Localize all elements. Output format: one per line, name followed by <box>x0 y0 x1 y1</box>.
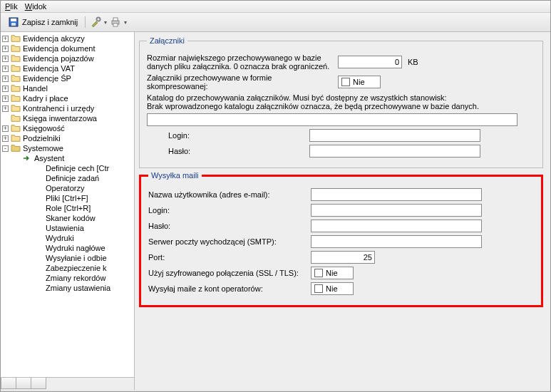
mail-user-input[interactable] <box>311 188 482 201</box>
sidebar-tab-3[interactable] <box>31 378 46 389</box>
tree-item[interactable]: Definicje cech [Ctr <box>1 163 134 173</box>
expander-icon <box>2 115 9 122</box>
expander-icon[interactable]: + <box>2 46 9 52</box>
tools-icon[interactable] <box>90 16 101 28</box>
mail-port-input[interactable] <box>311 251 375 264</box>
attach-compressed-value: Nie <box>353 78 365 86</box>
tree-item[interactable]: Pliki [Ctrl+F] <box>1 193 134 203</box>
mail-smtp-input[interactable] <box>311 235 482 248</box>
mail-ssl-label: Użyj szyfrowanego połączenia (SSL / TLS)… <box>148 269 305 277</box>
print-icon[interactable] <box>110 16 121 28</box>
tree-item[interactable]: Role [Ctrl+R] <box>1 203 134 213</box>
attach-size-input[interactable] <box>338 56 402 68</box>
mail-login-input[interactable] <box>311 204 482 217</box>
expander-icon[interactable]: + <box>2 66 9 72</box>
tree-item-label: Handel <box>23 84 48 93</box>
expander-icon <box>25 235 31 242</box>
tree-item[interactable]: +Ewidencja VAT <box>1 63 134 73</box>
svg-rect-2 <box>11 23 16 26</box>
expander-icon <box>25 165 31 172</box>
attachments-legend: Załączniki <box>147 36 187 45</box>
tree-item[interactable]: Księga inwentarzowa <box>1 113 134 123</box>
attach-login-input[interactable] <box>309 129 480 142</box>
tree-item-label: Systemowe <box>23 144 63 153</box>
tree-item[interactable]: +Kontrahenci i urzędy <box>1 103 134 113</box>
attach-size-unit: KB <box>408 58 418 66</box>
tree-item[interactable]: Zmiany ustawienia <box>1 283 134 293</box>
expander-icon[interactable]: + <box>2 125 9 132</box>
toolbar-separator <box>85 16 86 28</box>
mail-smtp-label: Serwer poczty wychodzącej (SMTP): <box>148 237 305 246</box>
tree-item-label: Zmiany rekordów <box>46 274 105 282</box>
svg-rect-5 <box>113 18 118 21</box>
checkbox-icon <box>314 269 323 277</box>
tree-item[interactable]: +Księgowość <box>1 123 134 133</box>
tree-item-label: Ewidencja VAT <box>23 64 75 73</box>
tree-item-label: Asystent <box>34 154 64 163</box>
tree-item[interactable]: Zmiany rekordów <box>1 273 134 283</box>
tree-item[interactable]: Ustawienia <box>1 223 134 233</box>
tree-item-label: Zabezpieczenie k <box>46 264 107 272</box>
tree-item[interactable]: +Podzielniki <box>1 133 134 143</box>
tree-item[interactable]: Definicje zadań <box>1 173 134 183</box>
tree-item-label: Ewidencja pojazdów <box>23 54 94 63</box>
attach-size-label: Rozmiar największego przechowywanego w b… <box>147 53 332 71</box>
sidebar-tabs <box>1 377 134 390</box>
tree-item-label: Zmiany ustawienia <box>46 284 110 292</box>
tree-item[interactable]: Wysyłanie i odbie <box>1 253 134 263</box>
tree-item-label: Księga inwentarzowa <box>23 114 97 123</box>
expander-icon <box>25 275 31 282</box>
tools-dropdown[interactable]: ▾ <box>104 19 107 26</box>
save-icon <box>8 16 19 28</box>
expander-icon[interactable]: + <box>2 135 9 142</box>
expander-icon[interactable]: + <box>2 36 9 42</box>
mail-group: Wysyłka maili Nazwa użytkownika (adres e… <box>139 171 543 307</box>
tree-item[interactable]: +Handel <box>1 83 134 93</box>
save-close-label: Zapisz i zamknij <box>22 18 78 26</box>
attach-password-input[interactable] <box>309 145 480 158</box>
checkbox-icon <box>314 284 323 293</box>
tree-item[interactable]: +Kadry i płace <box>1 93 134 103</box>
tree-item-label: Wydruki nagłówe <box>46 244 105 252</box>
tree-item-label: Role [Ctrl+R] <box>46 204 91 212</box>
tree-item[interactable]: Skaner kodów <box>1 213 134 223</box>
print-dropdown[interactable]: ▾ <box>124 19 127 26</box>
tree-item[interactable]: Operatorzy <box>1 183 134 193</box>
tree-item[interactable]: +Ewidencje ŚP <box>1 73 134 83</box>
tree-item[interactable]: Asystent <box>1 153 134 163</box>
sidebar: +Ewidencja akcyzy+Ewidencja dokument+Ewi… <box>1 32 135 390</box>
tree-item[interactable]: Wydruki <box>1 233 134 243</box>
tree-item[interactable]: Wydruki nagłówe <box>1 243 134 253</box>
attach-password-label: Hasło: <box>168 147 304 155</box>
expander-icon[interactable]: + <box>2 86 9 92</box>
attach-dir-input[interactable] <box>147 113 517 126</box>
save-close-button[interactable]: Zapisz i zamknij <box>5 15 81 29</box>
tree-item[interactable]: +Ewidencja dokument <box>1 43 134 53</box>
tree-item[interactable]: +Ewidencja pojazdów <box>1 53 134 63</box>
attach-compressed-toggle[interactable]: Nie <box>338 76 381 88</box>
expander-icon[interactable]: + <box>2 96 9 102</box>
tree-item[interactable]: +Ewidencja akcyzy <box>1 33 134 43</box>
menu-file[interactable]: Plik <box>5 2 18 11</box>
expander-icon[interactable]: + <box>2 56 9 62</box>
tree-item-label: Księgowość <box>23 124 65 133</box>
tree-item[interactable]: -Systemowe <box>1 143 134 153</box>
svg-rect-6 <box>113 24 118 26</box>
mail-login-label: Login: <box>148 206 305 215</box>
expander-icon[interactable]: - <box>2 145 9 152</box>
sidebar-tab-1[interactable] <box>1 378 16 389</box>
sidebar-tab-2[interactable] <box>16 378 31 389</box>
mail-operators-label: Wysyłaj maile z kont operatorów: <box>148 284 305 293</box>
mail-ssl-toggle[interactable]: Nie <box>311 267 354 279</box>
expander-icon <box>25 175 31 182</box>
tree-item[interactable]: Zabezpieczenie k <box>1 263 134 273</box>
expander-icon[interactable]: + <box>2 76 9 82</box>
tree-item-label: Podzielniki <box>23 134 61 143</box>
tree-item-label: Definicje zadań <box>46 174 99 182</box>
tree-item-label: Kadry i płace <box>23 94 68 103</box>
expander-icon[interactable]: + <box>2 105 9 112</box>
mail-password-input[interactable] <box>311 220 482 232</box>
mail-operators-toggle[interactable]: Nie <box>311 282 354 295</box>
menu-view[interactable]: Widok <box>25 2 47 11</box>
mail-port-label: Port: <box>148 253 305 262</box>
